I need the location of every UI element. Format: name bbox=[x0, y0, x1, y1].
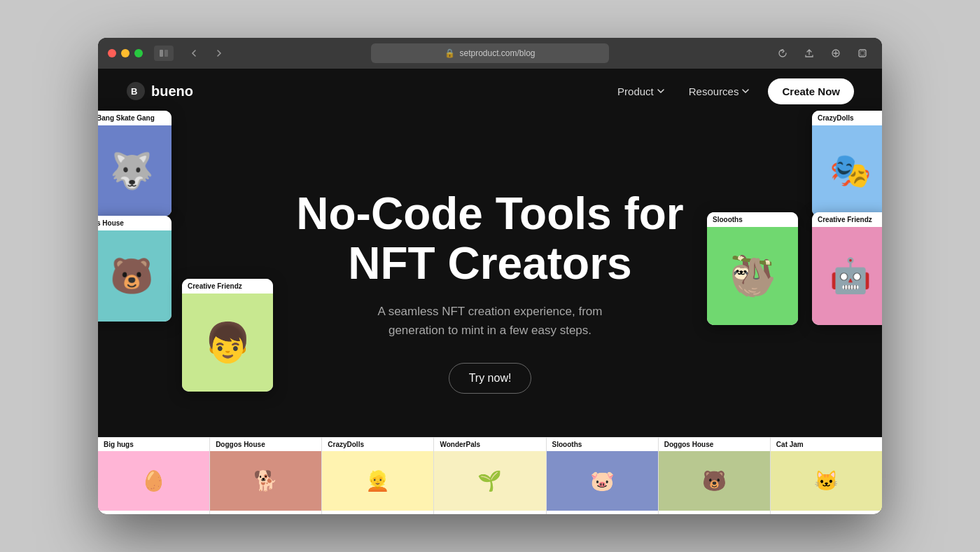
back-button[interactable] bbox=[185, 43, 204, 63]
product-nav-link[interactable]: Product bbox=[608, 80, 675, 103]
url-text: setproduct.com/blog bbox=[459, 48, 535, 58]
nft-card-sloooths-right: Sloooths 🦥 bbox=[707, 212, 798, 325]
title-bar: 🔒 setproduct.com/blog bbox=[98, 38, 882, 69]
create-now-button[interactable]: Create Now bbox=[768, 78, 854, 104]
close-button[interactable] bbox=[108, 49, 116, 57]
bueno-logo-icon: B bbox=[126, 81, 146, 101]
logo-text: bueno bbox=[151, 83, 193, 99]
svg-rect-0 bbox=[160, 50, 163, 57]
bottom-card-doggos-2: Doggos House 🐻 bbox=[659, 437, 771, 514]
minimize-button[interactable] bbox=[121, 49, 130, 57]
nft-card-bang-skate: Bang Skate Gang 🐺 bbox=[98, 111, 172, 216]
nft-card-label-3: Creative Friendz bbox=[182, 279, 273, 294]
hero-subtitle: A seamless NFT creation experience, from… bbox=[378, 302, 603, 340]
bottom-cards-row: Big hugs 🥚 Doggos House 🐕 CrazyDolls 👱 W… bbox=[98, 437, 882, 514]
bottom-card-wonderpals: WonderPals 🌱 bbox=[434, 437, 546, 514]
bottom-card-sloooths: Sloooths 🐷 bbox=[547, 437, 659, 514]
bottom-card-doggos-1: Doggos House 🐕 bbox=[210, 437, 322, 514]
nft-card-house: s House 🐻 bbox=[98, 216, 172, 322]
toolbar-right bbox=[773, 43, 872, 63]
svg-rect-4 bbox=[860, 51, 864, 55]
resources-nav-link[interactable]: Resources bbox=[679, 80, 760, 103]
bottom-card-crazydolls: CrazyDolls 👱 bbox=[322, 437, 434, 514]
chevron-down-icon bbox=[657, 87, 665, 95]
nft-card-label-6: Creative Friendz bbox=[812, 212, 882, 227]
site-content: B bueno Product Resources Create Now bbox=[98, 69, 882, 514]
traffic-lights bbox=[108, 49, 143, 57]
nft-card-creative-friendz-right: Creative Friendz 🤖 bbox=[812, 212, 882, 325]
nav-buttons bbox=[185, 43, 228, 63]
new-tab-button[interactable] bbox=[826, 43, 846, 63]
nft-card-crazydolls-right: CrazyDolls 🎭 bbox=[812, 111, 882, 216]
sidebar-toggle-button[interactable] bbox=[154, 46, 174, 61]
nft-card-label-2: s House bbox=[98, 216, 172, 230]
share-button[interactable] bbox=[799, 43, 819, 63]
bottom-card-cat-jam: Cat Jam 🐱 bbox=[771, 437, 882, 514]
reload-button[interactable] bbox=[773, 43, 792, 63]
address-bar[interactable]: 🔒 setproduct.com/blog bbox=[371, 43, 609, 63]
try-now-button[interactable]: Try now! bbox=[449, 363, 532, 394]
svg-text:B: B bbox=[131, 86, 137, 97]
svg-rect-1 bbox=[164, 50, 168, 57]
nft-card-label-5: Sloooths bbox=[707, 212, 798, 227]
site-logo[interactable]: B bueno bbox=[126, 81, 193, 101]
browser-window: 🔒 setproduct.com/blog B bbox=[98, 38, 882, 514]
lock-icon: 🔒 bbox=[444, 48, 455, 58]
chevron-down-icon-2 bbox=[741, 87, 750, 95]
tabs-button[interactable] bbox=[853, 43, 872, 63]
nft-card-creative-friendz-left: Creative Friendz 👦 bbox=[182, 279, 273, 392]
nav-links: Product Resources Create Now bbox=[608, 78, 854, 104]
forward-button[interactable] bbox=[209, 43, 228, 63]
hero-title: No-Code Tools for NFT Creators bbox=[296, 189, 683, 288]
maximize-button[interactable] bbox=[134, 49, 143, 57]
bottom-card-big-hugs: Big hugs 🥚 bbox=[98, 437, 210, 514]
site-nav: B bueno Product Resources Create Now bbox=[98, 69, 882, 113]
